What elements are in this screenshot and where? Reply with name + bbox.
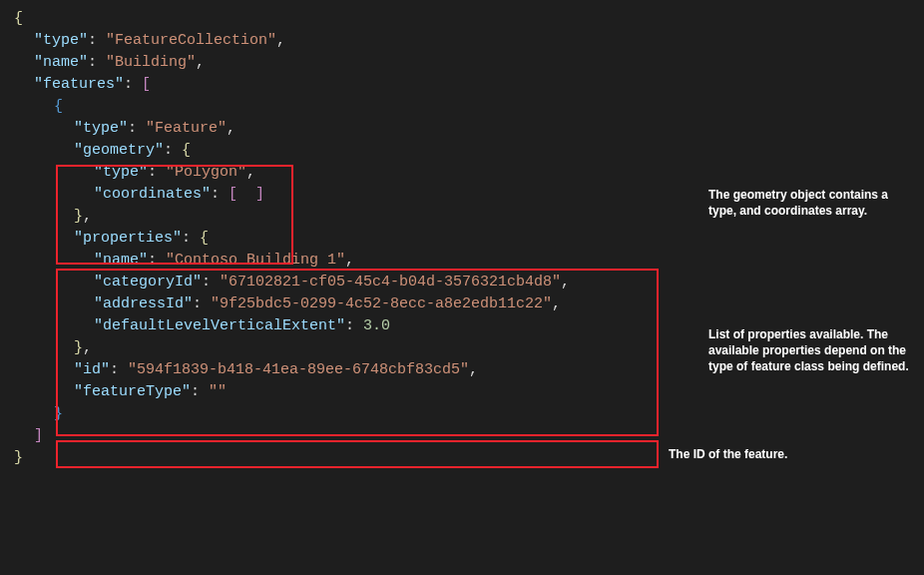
annotation-geometry: The geometry object contains a type, and… (708, 187, 913, 219)
annotation-id: The ID of the feature. (669, 446, 908, 462)
annotation-properties: List of properties available. The availa… (708, 326, 913, 375)
code-line: "name": "Contoso Building 1", (14, 250, 924, 272)
code-line: { (14, 96, 924, 118)
code-line: "categoryId": "67102821-cf05-45c4-b04d-3… (14, 272, 924, 293)
code-line: } (14, 403, 924, 425)
json-code-block: { "type": "FeatureCollection", "name": "… (0, 0, 924, 477)
code-line: "features": [ (14, 74, 924, 96)
code-line: "addressId": "9f25bdc5-0299-4c52-8ecc-a8… (14, 293, 924, 315)
code-line: "type": "Polygon", (14, 162, 924, 184)
code-line: "geometry": { (14, 140, 924, 162)
code-line: "type": "FeatureCollection", (14, 30, 924, 52)
code-line: { (14, 8, 924, 30)
code-line: "featureType": "" (14, 381, 924, 403)
code-line: "properties": { (14, 228, 924, 250)
code-line: ] (14, 425, 924, 447)
code-line: "name": "Building", (14, 52, 924, 74)
code-line: "type": "Feature", (14, 118, 924, 140)
